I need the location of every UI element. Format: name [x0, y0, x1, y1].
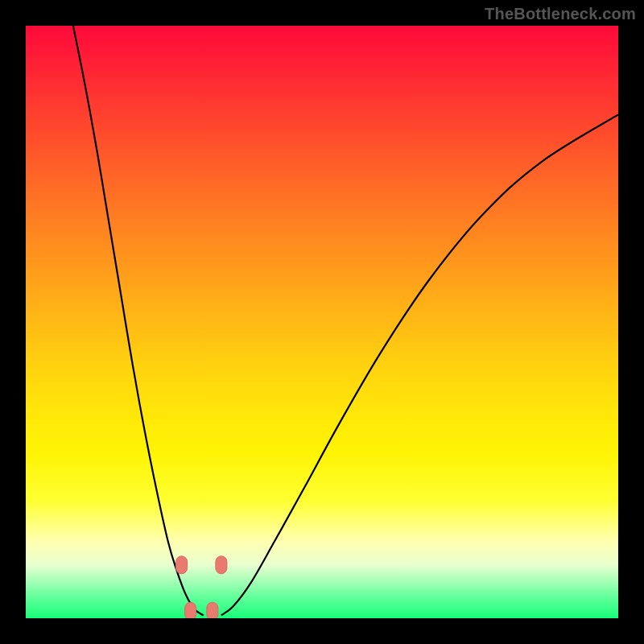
plot-area	[26, 26, 618, 618]
watermark-text: TheBottleneck.com	[485, 5, 636, 23]
curve-layer	[26, 26, 618, 618]
chart-frame: TheBottleneck.com	[0, 0, 644, 644]
data-marker	[176, 556, 188, 574]
curve-right-branch	[221, 114, 618, 615]
marker-group	[176, 556, 227, 618]
data-marker	[207, 602, 218, 618]
data-marker	[185, 602, 196, 618]
data-marker	[216, 556, 227, 574]
curve-left-branch	[73, 26, 204, 615]
